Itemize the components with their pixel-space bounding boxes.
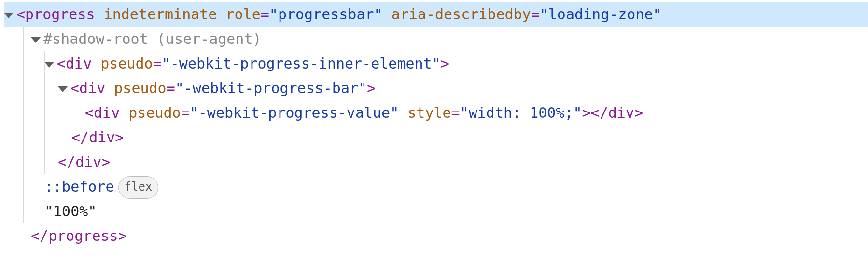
tree-row-close-bar[interactable]: </div> [4, 125, 868, 150]
quote: " [653, 6, 662, 23]
tag-name: div [94, 104, 120, 121]
angle-close: > [367, 80, 376, 97]
tree-row-progress-bar[interactable]: <div pseudo="-webkit-progress-bar"> [4, 76, 868, 100]
tree-guide [4, 150, 4, 174]
dom-tree: <progress indeterminate role="progressba… [0, 0, 868, 248]
open-close-empty: ></ [582, 104, 608, 121]
tag-name: div [66, 55, 92, 72]
space [92, 55, 100, 72]
tree-guide [4, 125, 4, 150]
close-name: progress [48, 227, 118, 244]
attr-value-pseudo: -webkit-progress-inner-element [170, 55, 432, 72]
tree-guide [4, 174, 4, 199]
tree-row-close-inner[interactable]: </div> [4, 150, 868, 174]
tree-row-progress-open[interactable]: <progress indeterminate role="progressba… [4, 2, 868, 27]
disclosure-triangle-icon[interactable] [58, 86, 68, 92]
attr-name-aria-describedby: aria-describedby [392, 6, 531, 23]
tag-name: progress [25, 6, 95, 23]
tree-guide [4, 100, 4, 125]
quote: " [358, 80, 367, 97]
close-name: div [75, 153, 101, 170]
disclosure-triangle-icon[interactable] [4, 13, 14, 18]
close-open: </ [71, 129, 89, 146]
quote: " [573, 104, 582, 121]
attr-name-pseudo: pseudo [128, 104, 181, 121]
angle-close: > [441, 55, 449, 72]
attr-name-pseudo: pseudo [114, 80, 166, 97]
quote: " [432, 55, 441, 72]
attr-name-style: style [407, 104, 451, 121]
angle-open: < [57, 55, 66, 72]
angle-close: > [118, 227, 127, 244]
close-open: </ [58, 153, 75, 170]
tree-row-progress-value[interactable]: <div pseudo="-webkit-progress-value" sty… [4, 100, 868, 125]
flex-badge[interactable]: flex [118, 176, 159, 199]
tree-row-text-node[interactable]: "100%" [4, 199, 868, 223]
attr-name-role: role [226, 6, 261, 23]
shadow-root-label: #shadow-root (user-agent) [43, 30, 262, 47]
space [120, 104, 128, 121]
angle-open: < [85, 104, 94, 121]
disclosure-triangle-icon[interactable] [44, 62, 54, 68]
quote: " [269, 6, 278, 23]
close-open: </ [31, 227, 48, 244]
angle-close: > [115, 129, 124, 146]
tree-guide [4, 76, 4, 100]
tree-guide [4, 27, 4, 51]
attr-name-indeterminate: indeterminate [104, 6, 217, 23]
text-node-value: "100%" [44, 203, 97, 220]
space [383, 6, 392, 23]
quote: " [162, 55, 170, 72]
close-tag-name: div [608, 104, 634, 121]
attr-name-pseudo: pseudo [100, 55, 153, 72]
quote: " [190, 104, 198, 121]
space [217, 6, 225, 23]
tree-guide [4, 199, 4, 223]
equals: = [167, 80, 175, 97]
equals: = [261, 6, 269, 23]
attr-value-style: width: 100%; [469, 104, 574, 121]
equals: = [451, 104, 460, 121]
tree-row-progress-close[interactable]: </progress> [4, 223, 868, 248]
equals: = [181, 104, 190, 121]
attr-value-pseudo: -webkit-progress-value [198, 104, 390, 121]
space [105, 80, 114, 97]
disclosure-triangle-icon[interactable] [31, 37, 41, 43]
quote: " [540, 6, 548, 23]
angle-close: > [101, 153, 110, 170]
attr-value-pseudo: -webkit-progress-bar [184, 80, 358, 97]
tree-row-pseudo-before[interactable]: ::beforeflex [4, 174, 868, 199]
attr-value-aria-describedby: loading-zone [548, 6, 653, 23]
quote: " [390, 104, 399, 121]
angle-open: < [16, 6, 25, 23]
quote: " [374, 6, 383, 23]
quote: " [175, 80, 184, 97]
tree-row-inner-element[interactable]: <div pseudo="-webkit-progress-inner-elem… [4, 51, 868, 76]
pseudo-before-label: ::before [44, 178, 114, 195]
equals: = [153, 55, 162, 72]
tree-row-shadow-root[interactable]: #shadow-root (user-agent) [4, 27, 868, 51]
angle-close: > [634, 104, 643, 121]
angle-open: < [70, 80, 79, 97]
tag-name: div [79, 80, 105, 97]
quote: " [460, 104, 469, 121]
attr-value-role: progressbar [278, 6, 374, 23]
tree-guide [4, 51, 4, 76]
space [399, 104, 407, 121]
equals: = [531, 6, 540, 23]
space [95, 6, 104, 23]
close-name: div [89, 129, 115, 146]
